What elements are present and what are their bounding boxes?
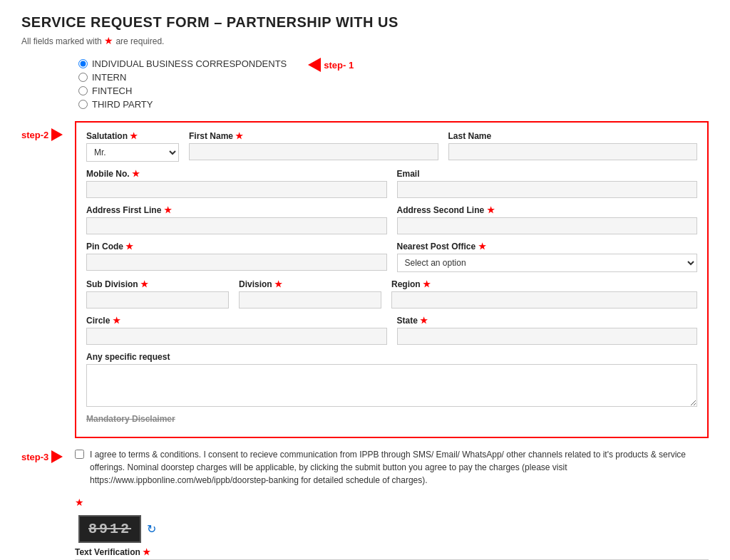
address1-label: Address First Line ★: [86, 205, 387, 215]
nearest-po-label: Nearest Post Office ★: [397, 242, 698, 252]
circle-label: Circle ★: [86, 316, 387, 326]
mobile-label: Mobile No. ★: [86, 169, 387, 179]
lastname-input[interactable]: [448, 143, 698, 160]
step2-arrow: [51, 128, 63, 141]
radio-option-thirdparty[interactable]: THIRD PARTY: [78, 99, 709, 110]
pincode-group: Pin Code ★: [86, 242, 387, 272]
required-note: All fields marked with ★ are required.: [21, 35, 709, 46]
disclaimer-wrapper: I agree to terms & conditions. I consent…: [75, 448, 709, 509]
email-label: Email: [397, 169, 698, 179]
specific-request-label: Any specific request: [86, 352, 697, 362]
firstname-group: First Name ★: [189, 131, 438, 162]
step4-indicator: step-4: [21, 547, 75, 560]
address2-input[interactable]: [397, 217, 698, 234]
circle-input[interactable]: [86, 328, 387, 345]
address1-group: Address First Line ★: [86, 205, 387, 234]
region-input[interactable]: [391, 291, 697, 308]
lastname-label: Last Name: [448, 131, 698, 141]
subdivision-input[interactable]: [86, 291, 229, 308]
form-row-specific: Any specific request: [86, 352, 697, 407]
form-row-contact: Mobile No. ★ Email: [86, 169, 697, 198]
lastname-group: Last Name: [448, 131, 698, 162]
specific-request-group: Any specific request: [86, 352, 697, 407]
radio-option-fintech[interactable]: FINTECH: [78, 85, 709, 96]
disclaimer-checkbox[interactable]: [75, 450, 84, 459]
form-row-pin: Pin Code ★ Nearest Post Office ★ Select …: [86, 242, 697, 272]
radio-label-intern: INTERN: [92, 72, 126, 83]
address1-input[interactable]: [86, 217, 387, 234]
division-input[interactable]: [239, 291, 381, 308]
mandatory-disclaimer: Mandatory Disclaimer: [86, 414, 697, 424]
captcha-refresh-icon[interactable]: ↻: [147, 522, 156, 536]
division-label: Division ★: [239, 279, 381, 289]
form-row-name: Salutation ★ Mr. Mrs. Ms. Dr. First Name: [86, 131, 697, 162]
address2-label: Address Second Line ★: [397, 205, 698, 215]
region-label: Region ★: [391, 279, 697, 289]
radio-label-fintech: FINTECH: [92, 85, 132, 96]
firstname-label: First Name ★: [189, 131, 438, 141]
disclaimer-star: ★: [75, 497, 709, 508]
step2-indicator: step-2: [21, 121, 75, 141]
page-title: SERVICE REQUEST FORM – PARTNERSHIP WITH …: [21, 14, 709, 31]
radio-group: INDIVIDUAL BUSINESS CORRESPONDENTS step-…: [78, 58, 709, 110]
text-verify-label: Text Verification ★: [75, 547, 709, 557]
firstname-input[interactable]: [189, 143, 438, 160]
captcha-image: 8912: [78, 515, 141, 543]
subdivision-label: Sub Division ★: [86, 279, 229, 289]
email-group: Email: [397, 169, 698, 198]
disclaimer-section: I agree to terms & conditions. I consent…: [75, 448, 709, 487]
radio-label-thirdparty: THIRD PARTY: [92, 99, 153, 110]
captcha-section: 8912 ↻: [78, 515, 709, 543]
nearest-po-select[interactable]: Select an option: [397, 254, 698, 272]
step1-arrow-left: [308, 58, 321, 72]
address2-group: Address Second Line ★: [397, 205, 698, 234]
division-group: Division ★: [239, 279, 381, 308]
radio-label-ibc: INDIVIDUAL BUSINESS CORRESPONDENTS: [92, 58, 287, 69]
form-section: Salutation ★ Mr. Mrs. Ms. Dr. First Name: [75, 121, 709, 438]
form-row-division: Sub Division ★ Division ★: [86, 279, 697, 308]
salutation-select[interactable]: Mr. Mrs. Ms. Dr.: [86, 143, 179, 162]
form-row-circle-state: Circle ★ State ★: [86, 316, 697, 345]
pincode-label: Pin Code ★: [86, 242, 387, 252]
salutation-group: Salutation ★ Mr. Mrs. Ms. Dr.: [86, 131, 179, 162]
nearest-po-group: Nearest Post Office ★ Select an option: [397, 242, 698, 272]
step1-label: step- 1: [324, 60, 354, 71]
text-verification-wrapper: Text Verification ★: [75, 547, 709, 560]
state-input[interactable]: [397, 328, 698, 345]
email-input[interactable]: [397, 181, 698, 198]
state-label: State ★: [397, 316, 698, 326]
mobile-input[interactable]: [86, 181, 387, 198]
pincode-input[interactable]: [86, 254, 387, 271]
salutation-label: Salutation ★: [86, 131, 179, 141]
disclaimer-text: I agree to terms & conditions. I consent…: [90, 448, 709, 487]
mobile-group: Mobile No. ★: [86, 169, 387, 198]
region-group: Region ★: [391, 279, 697, 308]
step3-arrow: [51, 450, 63, 463]
circle-group: Circle ★: [86, 316, 387, 345]
form-row-address: Address First Line ★ Address Second Line…: [86, 205, 697, 234]
radio-option-ibc[interactable]: INDIVIDUAL BUSINESS CORRESPONDENTS: [78, 58, 287, 69]
text-verify-section: Text Verification ★: [75, 547, 709, 560]
specific-request-textarea[interactable]: [86, 364, 697, 407]
state-group: State ★: [397, 316, 698, 345]
step3-label: step-3: [21, 452, 48, 462]
step3-indicator: step-3: [21, 448, 75, 463]
captcha-box: 8912 ↻: [78, 515, 709, 543]
radio-option-intern[interactable]: INTERN: [78, 72, 709, 83]
subdivision-group: Sub Division ★: [86, 279, 229, 308]
